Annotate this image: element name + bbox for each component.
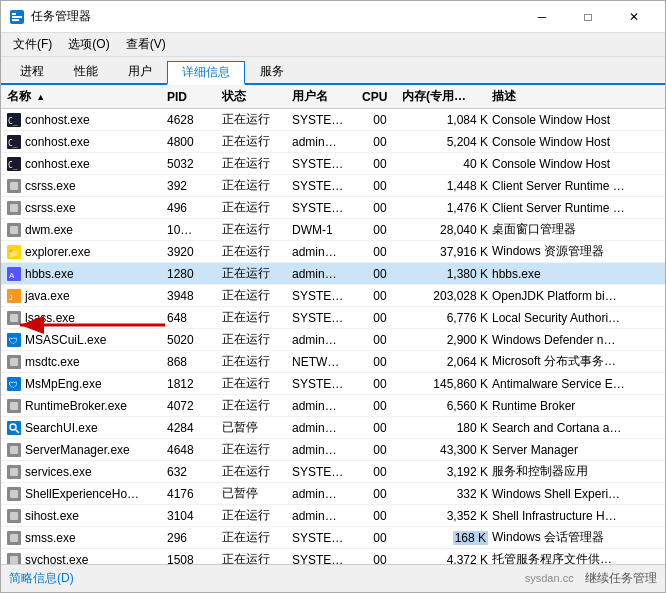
table-row[interactable]: SearchUI.exe 4284 已暂停 admin… 00 180 K Se… [1,417,665,439]
menu-options[interactable]: 选项(O) [60,33,117,57]
brief-info-link[interactable]: 简略信息(D) [9,570,74,587]
cell-memory: 2,064 K [400,355,490,369]
table-body[interactable]: C_ conhost.exe 4628 正在运行 SYSTE… 00 1,084… [1,109,665,564]
cell-status: 正在运行 [220,551,290,564]
cell-cpu: 00 [360,311,400,325]
proc-icon [7,465,21,479]
menu-file[interactable]: 文件(F) [5,33,60,57]
cell-name: 🛡 MsMpEng.exe [5,377,165,391]
maximize-button[interactable]: □ [565,1,611,33]
cell-user: SYSTE… [290,289,360,303]
cell-memory: 203,028 K [400,289,490,303]
svg-rect-27 [10,358,18,366]
tab-performance[interactable]: 性能 [59,59,113,83]
svg-rect-40 [10,490,18,498]
title-bar-left: 任务管理器 [9,8,91,25]
cell-name: smss.exe [5,531,165,545]
title-bar: 任务管理器 ─ □ ✕ [1,1,665,33]
minimize-button[interactable]: ─ [519,1,565,33]
cell-user: SYSTE… [290,553,360,565]
proc-icon [7,223,21,237]
col-pid[interactable]: PID [165,90,220,104]
table-row[interactable]: msdtc.exe 868 正在运行 NETW… 00 2,064 K Micr… [1,351,665,373]
table-header: 名称 ▲ PID 状态 用户名 CPU 内存(专用… 描述 [1,85,665,109]
proc-icon [7,311,21,325]
cell-memory: 2,900 K [400,333,490,347]
table-row[interactable]: J java.exe 3948 正在运行 SYSTE… 00 203,028 K… [1,285,665,307]
table-row[interactable]: C_ conhost.exe 4628 正在运行 SYSTE… 00 1,084… [1,109,665,131]
cell-name: J java.exe [5,289,165,303]
table-row[interactable]: A hbbs.exe 1280 正在运行 admin… 00 1,380 K h… [1,263,665,285]
proc-icon [7,421,21,435]
table-row[interactable]: 🛡 MSASCuiL.exe 5020 正在运行 admin… 00 2,900… [1,329,665,351]
cell-desc: hbbs.exe [490,267,661,281]
table-row[interactable]: services.exe 632 正在运行 SYSTE… 00 3,192 K … [1,461,665,483]
table-row[interactable]: svchost.exe 1508 正在运行 SYSTE… 00 4,372 K … [1,549,665,564]
col-cpu[interactable]: CPU [360,90,400,104]
cell-pid: 3920 [165,245,220,259]
proc-icon [7,201,21,215]
cell-pid: 1812 [165,377,220,391]
tab-service[interactable]: 服务 [245,59,299,83]
cell-cpu: 00 [360,333,400,347]
cell-pid: 4628 [165,113,220,127]
tab-user[interactable]: 用户 [113,59,167,83]
cell-name: RuntimeBroker.exe [5,399,165,413]
table-row[interactable]: 🛡 MsMpEng.exe 1812 正在运行 SYSTE… 00 145,86… [1,373,665,395]
svg-rect-13 [10,204,18,212]
table-row[interactable]: dwm.exe 10… 正在运行 DWM-1 00 28,040 K 桌面窗口管… [1,219,665,241]
table-row[interactable]: ShellExperienceHo… 4176 已暂停 admin… 00 33… [1,483,665,505]
table-row[interactable]: C_ conhost.exe 4800 正在运行 admin… 00 5,204… [1,131,665,153]
cell-status: 正在运行 [220,463,290,480]
table-row[interactable]: csrss.exe 392 正在运行 SYSTE… 00 1,448 K Cli… [1,175,665,197]
cell-desc: Search and Cortana a… [490,421,661,435]
col-memory[interactable]: 内存(专用… [400,88,490,105]
cell-name: dwm.exe [5,223,165,237]
status-right-text: sysdan.cc 继续任务管理 [525,570,657,587]
proc-icon [7,487,21,501]
cell-status: 正在运行 [220,353,290,370]
cell-cpu: 00 [360,179,400,193]
proc-icon: 🛡 [7,377,21,391]
cell-status: 正在运行 [220,133,290,150]
proc-icon [7,443,21,457]
cell-user: SYSTE… [290,377,360,391]
cell-status: 正在运行 [220,243,290,260]
cell-memory: 4,372 K [400,553,490,565]
cell-pid: 632 [165,465,220,479]
tab-detail[interactable]: 详细信息 [167,61,245,85]
table-row[interactable]: lsass.exe 648 正在运行 SYSTE… 00 6,776 K Loc… [1,307,665,329]
table-row[interactable]: smss.exe 296 正在运行 SYSTE… 00 168 K Window… [1,527,665,549]
table-row[interactable]: RuntimeBroker.exe 4072 正在运行 admin… 00 6,… [1,395,665,417]
svg-text:C_: C_ [8,161,18,170]
table-row[interactable]: sihost.exe 3104 正在运行 admin… 00 3,352 K S… [1,505,665,527]
cell-memory: 40 K [400,157,490,171]
cell-pid: 4284 [165,421,220,435]
cell-pid: 5020 [165,333,220,347]
cell-cpu: 00 [360,509,400,523]
cell-desc: Console Window Host [490,113,661,127]
cell-user: admin… [290,135,360,149]
cell-name: services.exe [5,465,165,479]
table-row[interactable]: 📁 explorer.exe 3920 正在运行 admin… 00 37,91… [1,241,665,263]
proc-icon: C_ [7,113,21,127]
cell-cpu: 00 [360,399,400,413]
col-name[interactable]: 名称 ▲ [5,88,165,105]
table-row[interactable]: C_ conhost.exe 5032 正在运行 SYSTE… 00 40 K … [1,153,665,175]
table-row[interactable]: csrss.exe 496 正在运行 SYSTE… 00 1,476 K Cli… [1,197,665,219]
cell-cpu: 00 [360,135,400,149]
cell-desc: Antimalware Service E… [490,377,661,391]
close-button[interactable]: ✕ [611,1,657,33]
cell-cpu: 00 [360,531,400,545]
table-row[interactable]: ServerManager.exe 4648 正在运行 admin… 00 43… [1,439,665,461]
col-status[interactable]: 状态 [220,88,290,105]
col-user[interactable]: 用户名 [290,88,360,105]
menu-view[interactable]: 查看(V) [118,33,174,57]
col-desc[interactable]: 描述 [490,88,661,105]
proc-icon: C_ [7,135,21,149]
tab-process[interactable]: 进程 [5,59,59,83]
cell-name: C_ conhost.exe [5,157,165,171]
cell-memory: 3,192 K [400,465,490,479]
cell-desc: Microsoft 分布式事务… [490,353,661,370]
cell-name: A hbbs.exe [5,267,165,281]
